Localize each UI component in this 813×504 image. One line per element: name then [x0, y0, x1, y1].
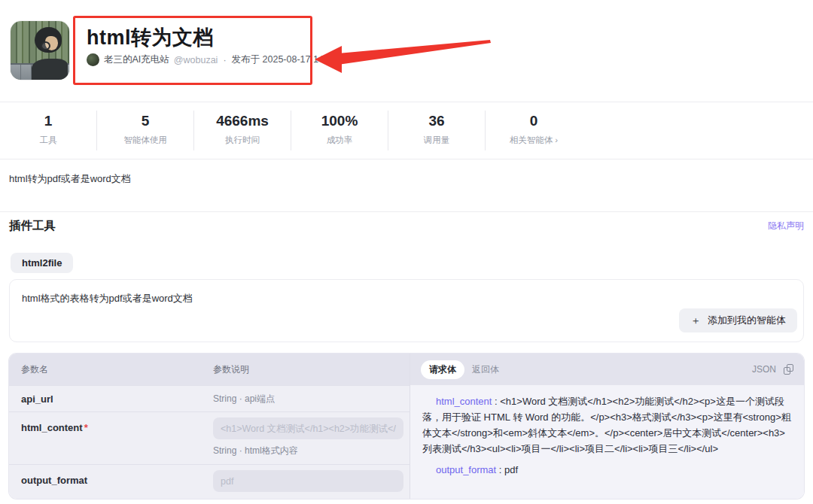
- json-key: output_format: [436, 464, 496, 475]
- avatar-person-glasses: [41, 41, 50, 50]
- stat-label: 调用量: [388, 135, 485, 146]
- request-panel-header: 请求体 返回体 JSON: [410, 354, 804, 385]
- table-row-html-content: html_content* String · html格式内容: [9, 411, 410, 464]
- tool-description: html格式的表格转为pdf或者是word文档: [10, 280, 803, 305]
- stat-label: 智能体使用: [97, 135, 193, 146]
- stat-value: 36: [388, 112, 485, 130]
- stat-value: 0: [486, 112, 582, 130]
- stat-label: 相关智能体›: [486, 135, 582, 146]
- table-row-api-url: api_url String · api端点: [9, 385, 410, 411]
- column-header-param-desc: 参数说明: [213, 363, 410, 376]
- stat-value: 4666ms: [194, 112, 291, 130]
- json-separator: :: [496, 464, 504, 475]
- author-meta: 老三的AI充电站 @wobuzai · 发布于 2025-08-17 14:04…: [87, 53, 310, 66]
- divider: [0, 211, 813, 212]
- stat-value: 100%: [291, 112, 388, 130]
- plugin-description: html转为pdf或者是word文档: [9, 172, 131, 186]
- privacy-statement-link[interactable]: 隐私声明: [768, 220, 804, 232]
- stats-bar: 1 工具 5 智能体使用 4666ms 执行时间 100% 成功率 36 调用量…: [0, 111, 582, 150]
- stat-call-volume: 36 调用量: [388, 111, 485, 150]
- plugin-tools-section-header: 插件工具 隐私声明: [9, 218, 804, 234]
- html-content-input[interactable]: [213, 417, 403, 439]
- stat-exec-time: 4666ms 执行时间: [193, 111, 291, 150]
- request-entry-output-format: output_format : pdf: [422, 462, 792, 478]
- plus-icon: ＋: [690, 315, 701, 326]
- author-handle[interactable]: @wobuzai: [174, 55, 218, 65]
- request-panel: 请求体 返回体 JSON html_content : <h1>Word 文档测…: [410, 354, 804, 499]
- param-type-desc: String · 输出格式(pdf或者是word，默认: pdf): [213, 497, 403, 499]
- param-type-desc: String · html格式内容: [213, 445, 403, 457]
- annotation-box: html转为文档 老三的AI充电站 @wobuzai · 发布于 2025-08…: [73, 16, 312, 85]
- table-row-output-format: output_format String · 输出格式(pdf或者是word，默…: [9, 464, 410, 499]
- stat-success-rate: 100% 成功率: [291, 111, 388, 150]
- divider: [0, 159, 813, 159]
- stat-label: 成功率: [291, 135, 388, 146]
- page-title: html转为文档: [87, 26, 310, 50]
- add-to-my-agents-button[interactable]: ＋ 添加到我的智能体: [679, 308, 797, 332]
- stat-agents-using: 5 智能体使用: [96, 111, 193, 150]
- json-format-label[interactable]: JSON: [752, 364, 776, 375]
- section-title: 插件工具: [9, 218, 56, 234]
- avatar-person-body: [32, 59, 68, 80]
- param-name: api_url: [9, 393, 213, 405]
- meta-dot: ·: [223, 55, 226, 65]
- parameter-table: 参数名 参数说明 api_url String · api端点 html_con…: [9, 354, 804, 499]
- stat-tools: 1 工具: [0, 111, 96, 150]
- param-name: output_format: [9, 470, 213, 499]
- plugin-avatar-image: [11, 21, 69, 80]
- divider: [0, 102, 813, 102]
- request-body-content: html_content : <h1>Word 文档测试</h1><h2>功能测…: [410, 385, 804, 491]
- publish-time: 发布于 2025-08-17 14:04:57: [232, 53, 350, 66]
- add-button-label: 添加到我的智能体: [708, 314, 786, 327]
- param-name: html_content: [21, 422, 83, 433]
- chevron-right-icon: ›: [555, 135, 558, 144]
- json-key: html_content: [436, 396, 492, 407]
- output-format-input[interactable]: [213, 470, 403, 492]
- stat-label: 工具: [0, 135, 96, 146]
- request-entry-html-content: html_content : <h1>Word 文档测试</h1><h2>功能测…: [422, 393, 792, 457]
- json-value: pdf: [504, 464, 518, 475]
- tab-request-body[interactable]: 请求体: [421, 360, 464, 379]
- stat-value: 1: [0, 112, 96, 130]
- tool-card: html格式的表格转为pdf或者是word文档 ＋ 添加到我的智能体: [9, 279, 804, 342]
- param-type-desc: String · api端点: [213, 393, 410, 405]
- tool-tag-html2file[interactable]: html2file: [11, 253, 73, 273]
- parameters-header-row: 参数名 参数说明: [9, 354, 410, 385]
- stat-related-agents[interactable]: 0 相关智能体›: [485, 111, 582, 150]
- column-header-param-name: 参数名: [9, 363, 213, 376]
- required-asterisk: *: [84, 422, 88, 433]
- tab-response-body[interactable]: 返回体: [472, 363, 499, 376]
- author-name[interactable]: 老三的AI充电站: [104, 53, 169, 66]
- author-avatar: [87, 53, 99, 66]
- copy-icon[interactable]: [784, 364, 793, 375]
- json-separator: :: [492, 396, 500, 407]
- stat-label: 执行时间: [194, 135, 291, 146]
- parameters-panel: 参数名 参数说明 api_url String · api端点 html_con…: [9, 354, 410, 499]
- stat-value: 5: [97, 112, 193, 130]
